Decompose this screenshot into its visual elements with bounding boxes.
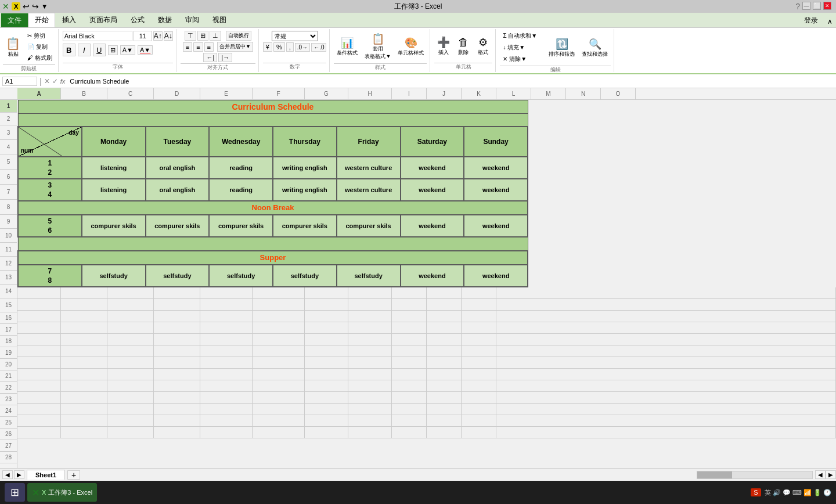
empty-cell[interactable] [200, 380, 253, 392]
empty-cell[interactable] [496, 345, 836, 357]
row-num-8[interactable]: 8 [0, 200, 17, 215]
col-header-A[interactable]: A [17, 88, 61, 99]
empty-cell[interactable] [17, 322, 61, 334]
align-center-btn[interactable]: ≡ [193, 42, 203, 52]
col-header-M[interactable]: M [531, 88, 566, 99]
empty-cell[interactable] [200, 322, 253, 334]
autosum-btn[interactable]: Σ 自动求和▼ [500, 31, 540, 41]
find-select-btn[interactable]: 🔍 查找和选择 [579, 36, 611, 60]
col-header-I[interactable]: I [392, 88, 427, 99]
cell-listening-2[interactable]: listening [82, 179, 146, 201]
cell-computer-sun[interactable]: weekend [464, 215, 528, 237]
empty-cell[interactable] [496, 334, 836, 345]
empty-cell[interactable] [17, 311, 61, 322]
row-num-2[interactable]: 2 [0, 113, 17, 125]
empty-cell[interactable] [392, 380, 427, 392]
row-num-28[interactable]: 28 [0, 452, 17, 463]
cell-computer-fri[interactable]: compurer skils [337, 215, 401, 237]
row-num-7[interactable]: 7 [0, 185, 17, 200]
empty-cell[interactable] [305, 369, 348, 380]
cell-computer-mon[interactable]: compurer skils [82, 215, 146, 237]
scroll-bar-left-btn[interactable]: ◀ [815, 470, 826, 479]
cell-reading-2[interactable]: reading [209, 179, 273, 201]
empty-cell[interactable] [348, 427, 392, 438]
empty-cell[interactable] [427, 404, 462, 415]
comma-btn[interactable]: , [286, 42, 294, 52]
empty-cell[interactable] [496, 404, 836, 415]
conditional-format-btn[interactable]: 📊 条件格式 [334, 35, 361, 59]
empty-cell[interactable] [305, 345, 348, 357]
italic-btn[interactable]: I [78, 44, 91, 56]
empty-cell[interactable] [348, 357, 392, 369]
empty-cell[interactable] [348, 345, 392, 357]
empty-cell[interactable] [392, 345, 427, 357]
row-num-24[interactable]: 24 [0, 405, 17, 417]
row-num-22[interactable]: 22 [0, 382, 17, 394]
empty-cell[interactable] [427, 345, 462, 357]
cell-computer-wed[interactable]: compurer skils [209, 215, 273, 237]
empty-cell[interactable] [253, 299, 305, 311]
ime-indicator[interactable]: S [751, 488, 761, 496]
format-painter-btn[interactable]: 🖌 格式刷 [24, 53, 55, 63]
empty-cell[interactable] [253, 369, 305, 380]
empty-cell[interactable] [61, 299, 107, 311]
cell-weekend-sun-2[interactable]: weekend [464, 179, 528, 201]
empty-cell[interactable] [107, 357, 154, 369]
empty-cell[interactable] [305, 334, 348, 345]
empty-cell[interactable] [61, 404, 107, 415]
empty-cell[interactable] [200, 334, 253, 345]
empty-cell[interactable] [107, 369, 154, 380]
empty-cell[interactable] [200, 392, 253, 404]
empty-cell[interactable] [200, 357, 253, 369]
expand-ribbon-btn[interactable]: ∧ [824, 16, 836, 27]
cell-computer-thu[interactable]: compurer skils [273, 215, 337, 237]
empty-cell[interactable] [17, 287, 61, 299]
empty-cell[interactable] [427, 334, 462, 345]
empty-cell[interactable] [392, 299, 427, 311]
empty-cell[interactable] [496, 311, 836, 322]
empty-cell[interactable] [253, 287, 305, 299]
empty-cell[interactable] [392, 334, 427, 345]
empty-cell[interactable] [200, 427, 253, 438]
clear-btn[interactable]: ✕ 清除▼ [500, 54, 540, 64]
empty-cell[interactable] [305, 392, 348, 404]
empty-cell[interactable] [462, 311, 496, 322]
table-format-btn[interactable]: 📋 套用表格格式▼ [362, 31, 394, 62]
empty-cell[interactable] [462, 357, 496, 369]
empty-cell[interactable] [154, 380, 200, 392]
fill-btn[interactable]: ↓ 填充▼ [500, 42, 540, 53]
empty-cell[interactable] [392, 392, 427, 404]
empty-cell[interactable] [17, 392, 61, 404]
empty-cell[interactable] [154, 322, 200, 334]
empty-cell[interactable] [462, 380, 496, 392]
header-wednesday[interactable]: Wednesday [209, 127, 273, 157]
empty-cell[interactable] [200, 311, 253, 322]
empty-cell[interactable] [392, 369, 427, 380]
empty-cell[interactable] [305, 299, 348, 311]
cell-writing-1[interactable]: writing english [273, 157, 337, 179]
empty-cell[interactable] [496, 287, 836, 299]
empty-cell[interactable] [427, 311, 462, 322]
wrap-text-btn[interactable]: 自动换行 [226, 31, 251, 41]
row-num-16[interactable]: 16 [0, 312, 17, 324]
empty-cell[interactable] [61, 357, 107, 369]
cell-listening-1[interactable]: listening [82, 157, 146, 179]
col-header-D[interactable]: D [154, 88, 200, 99]
empty-cell[interactable] [462, 322, 496, 334]
row-num-26[interactable]: 26 [0, 429, 17, 440]
close-btn[interactable]: ✕ [823, 2, 831, 10]
row-num-10[interactable]: 10 [0, 229, 17, 243]
empty-cell[interactable] [17, 380, 61, 392]
row-num-23[interactable]: 23 [0, 394, 17, 405]
empty-cell[interactable] [496, 322, 836, 334]
cell-selfstudy-thu[interactable]: selfstudy [273, 265, 337, 287]
empty-cell[interactable] [305, 287, 348, 299]
cell-selfstudy-mon[interactable]: selfstudy [82, 265, 146, 287]
empty-cell[interactable] [61, 427, 107, 438]
empty-cell[interactable] [107, 392, 154, 404]
cell-selfstudy-tue[interactable]: selfstudy [146, 265, 210, 287]
empty-cell[interactable] [427, 369, 462, 380]
tab-page-layout[interactable]: 页面布局 [83, 13, 124, 27]
empty-cell[interactable] [305, 380, 348, 392]
header-saturday[interactable]: Saturday [401, 127, 464, 157]
